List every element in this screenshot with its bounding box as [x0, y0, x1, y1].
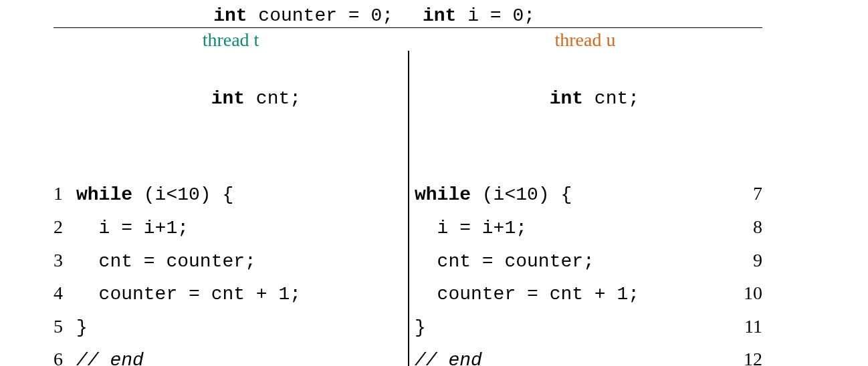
- t-code-4: counter = cnt + 1;: [76, 279, 301, 311]
- t-blank: [53, 146, 396, 178]
- t-code-1-rest: (i<10) {: [132, 184, 233, 205]
- t-ln-3: 3: [53, 244, 76, 277]
- u-ln-1: 7: [722, 178, 762, 210]
- decl-counter: int counter = 0;: [53, 4, 408, 26]
- u-code-4: counter = cnt + 1;: [415, 279, 722, 311]
- u-code-1-kw: while: [415, 184, 471, 205]
- thread-u-heading: thread u: [408, 29, 762, 51]
- decl-i-rest: i = 0;: [456, 5, 535, 26]
- t-decl-rest: cnt;: [245, 88, 301, 109]
- u-ln-6: 12: [722, 343, 762, 366]
- decl-i-kw: int: [423, 5, 456, 26]
- code-figure: int counter = 0; int i = 0; thread t thr…: [0, 0, 868, 366]
- t-line-2: 2 i = i+1;: [53, 211, 396, 244]
- code-figure-inner: int counter = 0; int i = 0; thread t thr…: [53, 4, 762, 366]
- t-ln-5: 5: [53, 311, 76, 343]
- divider-horizontal: [53, 27, 762, 28]
- t-line-6: 6 // end: [53, 343, 396, 366]
- t-line-5: 5 }: [53, 311, 396, 344]
- u-line-3: cnt = counter; 9: [415, 244, 762, 278]
- t-ln-1: 1: [53, 178, 76, 210]
- u-line-1: while (i<10) { 7: [415, 178, 762, 211]
- u-ln-3: 9: [722, 244, 762, 277]
- u-code-5: }: [415, 312, 722, 344]
- u-ln-4: 10: [722, 277, 762, 309]
- t-ln-4: 4: [53, 277, 76, 309]
- u-blank: [415, 146, 762, 178]
- decl-counter-kw: int: [213, 5, 247, 26]
- t-ln-2: 2: [53, 211, 76, 243]
- code-columns: int cnt; 1 while (i<10) { 2 i = i+1; 3 c…: [53, 51, 762, 366]
- t-line-3: 3 cnt = counter;: [53, 244, 396, 278]
- u-code-1-rest: (i<10) {: [471, 184, 572, 205]
- t-decl-line: int cnt;: [53, 51, 396, 146]
- t-code-6: // end: [76, 345, 144, 366]
- thread-headings: thread t thread u: [53, 29, 762, 51]
- t-code-2: i = i+1;: [76, 212, 189, 244]
- u-ln-5: 11: [722, 311, 762, 343]
- t-decl-kw: int: [211, 88, 245, 109]
- u-line-6: // end 12: [415, 343, 762, 366]
- t-ln-6: 6: [53, 343, 76, 366]
- t-code-5: }: [76, 312, 88, 344]
- u-decl-rest: cnt;: [583, 88, 639, 109]
- u-code-2: i = i+1;: [415, 212, 722, 244]
- u-decl-kw: int: [550, 88, 583, 109]
- u-line-2: i = i+1; 8: [415, 211, 762, 244]
- t-line-4: 4 counter = cnt + 1;: [53, 277, 396, 311]
- u-line-4: counter = cnt + 1; 10: [415, 277, 762, 311]
- thread-u-column: int cnt; while (i<10) { 7 i = i+1; 8 cnt…: [408, 51, 762, 366]
- thread-t-column: int cnt; 1 while (i<10) { 2 i = i+1; 3 c…: [53, 51, 408, 366]
- divider-vertical: [408, 51, 409, 366]
- decl-i: int i = 0;: [408, 4, 762, 26]
- u-ln-2: 8: [722, 211, 762, 243]
- t-code-3: cnt = counter;: [76, 246, 256, 278]
- t-line-1: 1 while (i<10) {: [53, 178, 396, 211]
- u-code-3: cnt = counter;: [415, 246, 722, 278]
- shared-declarations: int counter = 0; int i = 0;: [53, 4, 762, 26]
- decl-counter-rest: counter = 0;: [247, 5, 393, 26]
- thread-t-heading: thread t: [53, 29, 408, 51]
- t-code-1-kw: while: [76, 184, 132, 205]
- u-decl-line: int cnt;: [415, 51, 762, 146]
- u-line-5: } 11: [415, 311, 762, 344]
- u-code-6: // end: [415, 345, 722, 366]
